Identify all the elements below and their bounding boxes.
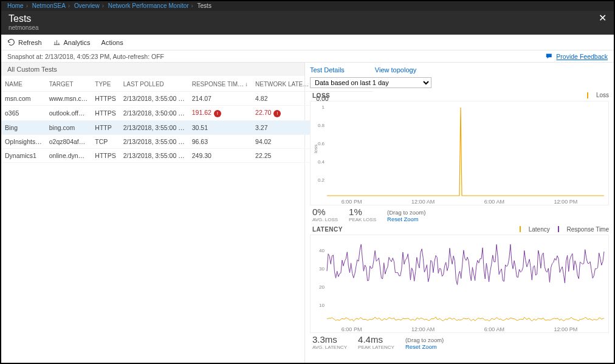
svg-text:0.2: 0.2 [318,177,325,183]
col-type[interactable]: TYPE [91,76,119,92]
crumb-netmonsea[interactable]: NetmonSEA [32,2,66,9]
svg-text:1: 1 [322,105,325,110]
response-series-line [327,244,604,284]
latency-chart-block: LATENCY Latency Response Time 40 30 20 1… [310,226,609,353]
col-response-time[interactable]: RESPONSE TIM…↓ [188,76,252,92]
crumb-npm[interactable]: Network Performance Monitor [108,2,189,9]
col-network-latency[interactable]: NETWORK LATE… [252,76,312,92]
loss-chart[interactable]: 1 0.8 0.6 0.4 0.2 loss 6:00 PM 12:00 AM … [310,101,609,205]
refresh-label: Refresh [18,39,42,46]
provide-feedback-link[interactable]: Provide Feedback [546,52,608,60]
col-last-polled[interactable]: LAST POLLED [120,76,188,92]
toolbar: Refresh Analytics Actions [1,35,614,50]
svg-text:0.8: 0.8 [318,123,325,128]
actions-button[interactable]: Actions [101,39,123,46]
latency-series-line [327,317,604,321]
actions-label: Actions [101,39,123,46]
crumb-overview[interactable]: Overview [74,2,100,9]
time-range-select[interactable]: Data based on last 1 day [310,77,431,88]
close-icon[interactable]: ✕ [599,13,606,23]
latency-legend-swatch [520,226,521,232]
loss-reset-zoom[interactable]: Reset Zoom [387,216,419,222]
svg-text:0.6: 0.6 [318,141,325,146]
loss-series-line [327,108,604,196]
error-icon: ! [214,110,221,117]
latency-title: LATENCY [312,226,343,233]
loss-legend: Loss [581,92,609,100]
page-title: Tests [9,13,38,24]
refresh-icon [7,38,15,46]
response-legend-swatch [558,226,559,232]
latency-reset-zoom[interactable]: Reset Zoom [405,343,437,350]
loss-legend-swatch [587,92,588,98]
latency-chart[interactable]: 40 30 20 10 6:00 PM 12:00 AM 6:00 AM 12:… [310,235,609,333]
tests-panel: All Custom Tests NAME TARGET TYPE LAST P… [1,63,305,364]
latency-legend: Latency Response Time [514,226,609,234]
loss-avg-stat: 0%AVG. LOSS [312,207,338,222]
loss-title: LOSS [312,92,330,99]
svg-text:30: 30 [319,266,325,272]
loss-peak-stat: 1%PEAK LOSS [349,207,376,222]
page-subtitle: netmonsea [9,24,38,31]
col-name[interactable]: NAME [1,76,46,92]
svg-text:10: 10 [319,303,325,308]
loss-chart-block: LOSS Loss 1 0.8 0.6 0.4 0.2 loss [310,92,609,225]
col-target[interactable]: TARGET [46,76,92,92]
svg-text:20: 20 [319,284,325,290]
crumb-home[interactable]: Home [7,2,24,9]
latency-peak-stat: 4.4msPEAK LATENCY [358,334,394,350]
details-panel: Test Details View topology Data based on… [305,63,614,364]
snapshot-info: Snapshot at: 2/13/2018, 4:05:23 PM, Auto… [7,53,164,60]
analytics-icon [53,38,61,46]
crumb-tests: Tests [198,2,211,9]
loss-drag-hint: (Drag to zoom) [387,209,425,216]
section-title: All Custom Tests [1,63,304,76]
refresh-button[interactable]: Refresh [7,38,42,46]
tab-view-topology[interactable]: View topology [375,66,416,74]
page-header: Tests netmonsea ✕ [1,11,614,35]
svg-text:40: 40 [319,248,325,253]
latency-avg-stat: 3.3msAVG. LATENCY [312,334,347,350]
analytics-button[interactable]: Analytics [53,38,91,46]
latency-drag-hint: (Drag to zoom) [405,337,444,343]
tab-test-details[interactable]: Test Details [310,66,345,74]
svg-text:0.4: 0.4 [318,159,325,165]
analytics-label: Analytics [64,39,91,46]
error-icon: ! [273,110,281,117]
feedback-icon [546,52,554,60]
sort-desc-icon: ↓ [245,81,248,88]
breadcrumb: Home› NetmonSEA› Overview› Network Perfo… [1,1,614,11]
svg-text:loss: loss [313,144,318,153]
